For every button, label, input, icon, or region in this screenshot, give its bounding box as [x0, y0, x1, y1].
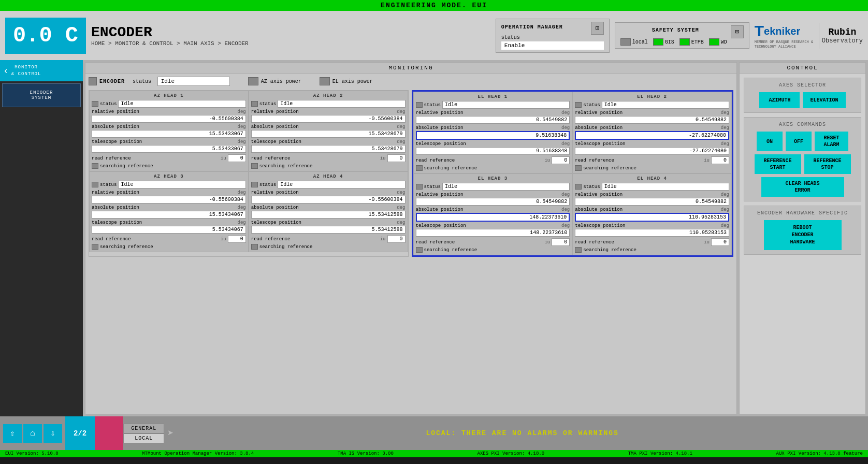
reboot-encoder-button[interactable]: REBOOTENCODERHARDWARE: [764, 220, 842, 250]
el-h2-abspos: -27.62274080: [575, 131, 729, 140]
sidebar-nav-monitor-control[interactable]: ‹ MONITOR& CONTROL: [0, 60, 83, 81]
nav-home-button[interactable]: ⌂: [23, 424, 42, 443]
op-manager-status-label: status: [501, 35, 604, 40]
control-panel: CONTROL AXES SELECTOR AZIMUTH ELEVATION …: [739, 62, 866, 414]
az-h3-ref: 0: [228, 235, 246, 243]
el-h1-status: Idle: [442, 101, 570, 109]
el-h3-status: Idle: [442, 183, 570, 191]
el-head-3-title: EL HEAD 3: [416, 176, 570, 181]
az-h2-abspos: 15.53428679: [251, 130, 406, 138]
operation-manager-icon[interactable]: ⊡: [591, 22, 604, 35]
safety-label-wd: WD: [721, 39, 727, 45]
axes-selector-section: AXES SELECTOR AZIMUTH ELEVATION: [744, 78, 861, 113]
az-head-4: AZ HEAD 4 status Idle relative positiond…: [249, 171, 408, 252]
safety-label-local: local: [632, 39, 648, 45]
nav-back-arrow[interactable]: ‹: [3, 66, 9, 76]
az-h4-relpos: -0.55600384: [251, 196, 406, 204]
el-h2-status: Idle: [602, 101, 729, 109]
el-h2-ref: 0: [711, 156, 729, 164]
nav-up-button[interactable]: ⇧: [3, 424, 22, 443]
aux-pxi-version: AUX PXI Version: 4.13.0_feature: [776, 451, 863, 456]
az-heads-container: AZ HEAD 1 status Idle relative positiond…: [89, 90, 409, 257]
az-h1-relpos-label: relative positiondeg: [92, 109, 246, 114]
axes-selector-buttons: AZIMUTH ELEVATION: [748, 92, 857, 108]
version-bar: EUI Version: 5.10.0 MTMount Operation Ma…: [0, 450, 868, 457]
safety-item-local: local: [620, 38, 648, 46]
rubin-observatory: Observatory: [822, 37, 863, 45]
az-axis-label: AZ axis power: [261, 79, 301, 84]
az-head-3: AZ HEAD 3 status Idle relative positiond…: [89, 171, 249, 252]
control-title: CONTROL: [740, 63, 865, 74]
encoder-status-value: Idle: [157, 77, 230, 86]
el-head-4: EL HEAD 4 status Idle relative positiond…: [572, 173, 732, 255]
tekniker-logo: ekniker: [764, 25, 800, 37]
top-banner: ENGINEERING MODE. EUI: [0, 0, 868, 11]
az-h4-ref: 0: [387, 235, 406, 243]
nav-down-button[interactable]: ⇩: [44, 424, 62, 443]
el-head-2: EL HEAD 2 status Idle relative positiond…: [572, 92, 732, 173]
az-head-3-title: AZ HEAD 3: [92, 174, 246, 179]
operation-manager-title: OPERATION MANAGER: [501, 24, 563, 30]
azimuth-button[interactable]: AZIMUTH: [759, 92, 800, 108]
logo-block: T ekniker MEMBER OF BASQUE RESEARCH & TE…: [755, 22, 863, 49]
az-h1-search-led: [92, 163, 98, 169]
tma-is-version: TMA IS Version: 3.00: [338, 451, 394, 456]
sidebar-item-encoder-system[interactable]: ENCODERSYSTEM: [2, 83, 81, 107]
el-h1-telpos: 9.51638348: [416, 147, 570, 155]
alarm-red-panel: [95, 416, 123, 450]
nav-row: ⇧ ⌂ ⇩ 2/2 GENERAL LOCAL ➤ LOCAL: THERE A…: [0, 416, 868, 450]
az-heads-grid: AZ HEAD 1 status Idle relative positiond…: [89, 91, 408, 252]
monitoring-title: MONITORING: [85, 63, 736, 74]
az-head-1-status-val: Idle: [118, 100, 245, 108]
sidebar-nav-label: MONITOR& CONTROL: [11, 64, 41, 77]
az-h1-ref-val: 0: [228, 154, 246, 162]
safety-item-wd: WD: [709, 38, 727, 46]
operation-manager-block: OPERATION MANAGER ⊡ status Enable: [496, 19, 610, 53]
reference-stop-button[interactable]: REFERENCESTOP: [804, 154, 851, 174]
op-manager-status-value: Enable: [501, 41, 604, 50]
on-button[interactable]: ON: [757, 132, 783, 151]
safety-item-etpb: ETPB: [679, 38, 704, 46]
rubin-logo: Rubin: [828, 27, 856, 37]
main-area: ‹ MONITOR& CONTROL ENCODERSYSTEM MONITOR…: [0, 60, 868, 416]
el-h1-ref: 0: [552, 156, 570, 164]
general-tab[interactable]: GENERAL: [123, 424, 164, 433]
safety-icon[interactable]: ⊡: [731, 25, 744, 38]
cursor-icon: ➤: [164, 416, 177, 450]
el-heads-container: EL HEAD 1 status Idle relative positiond…: [412, 90, 734, 257]
reference-start-button[interactable]: REFERENCESTART: [755, 154, 801, 174]
local-tab[interactable]: LOCAL: [123, 433, 164, 443]
az-head-1-status-row: status Idle: [92, 100, 246, 108]
el-h4-telpos: 110.95283153: [575, 229, 729, 237]
az-h1-relpos-val: -0.55600384: [92, 115, 246, 123]
safety-led-etpb: [679, 38, 690, 46]
el-h3-ref: 0: [552, 238, 570, 246]
el-head-1: EL HEAD 1 status Idle relative positiond…: [413, 92, 573, 173]
elevation-button[interactable]: ELEVATION: [803, 92, 845, 108]
az-h3-telpos: 5.53434067: [92, 226, 246, 234]
safety-system-block: SAFETY SYSTEM ⊡ local GIS ETPB WD: [615, 22, 749, 49]
ref-start-stop-row: REFERENCESTART REFERENCESTOP: [748, 154, 857, 174]
az-head-2: AZ HEAD 2 status Idle relative positiond…: [249, 91, 408, 171]
header: 0.0 C ENCODER HOME > MONITOR & CONTROL >…: [0, 11, 868, 60]
az-head-4-title: AZ HEAD 4: [251, 174, 406, 179]
az-h1-telpos-val: 5.53433067: [92, 145, 246, 153]
tekniker-sub: MEMBER OF BASQUE RESEARCH & TECHNOLOGY A…: [755, 40, 817, 49]
off-button[interactable]: OFF: [786, 132, 812, 151]
el-h4-abspos: 110.95283153: [575, 213, 729, 222]
mtmount-version: MTMount Operation Manager Version: 3.8.4: [142, 451, 254, 456]
safety-led-local: [620, 38, 631, 46]
az-head-1-led: [92, 101, 98, 107]
az-h2-ref: 0: [387, 154, 406, 162]
safety-label-etpb: ETPB: [691, 39, 704, 45]
encoder-led: [89, 77, 97, 85]
sidebar: ‹ MONITOR& CONTROL ENCODERSYSTEM: [0, 60, 83, 416]
encoder-hardware-section: ENCODER HARDWARE SPECIFIC REBOOTENCODERH…: [744, 206, 861, 255]
encoder-status-label: status: [133, 79, 151, 84]
clear-heads-error-button[interactable]: CLEAR HEADSERROR: [761, 177, 844, 197]
encoder-hardware-title: ENCODER HARDWARE SPECIFIC: [748, 210, 857, 216]
az-h2-telpos: 5.53428679: [251, 145, 406, 153]
el-head-3: EL HEAD 3 status Idle relative positiond…: [413, 173, 573, 255]
el-head-4-title: EL HEAD 4: [575, 176, 729, 181]
reset-alarm-button[interactable]: RESETALARM: [815, 132, 848, 151]
